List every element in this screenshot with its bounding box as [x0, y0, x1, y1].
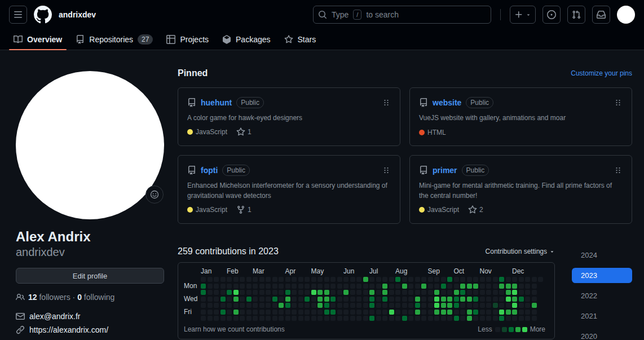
contribution-cell[interactable]: [519, 284, 524, 289]
contribution-cell[interactable]: [525, 284, 530, 289]
contribution-cell[interactable]: [220, 284, 226, 289]
contribution-cell[interactable]: [402, 303, 407, 308]
contribution-cell[interactable]: [363, 284, 368, 289]
email-row[interactable]: alex@andrix.fr: [16, 312, 164, 321]
contribution-cell[interactable]: [480, 316, 485, 321]
contribution-cell[interactable]: [473, 316, 478, 321]
contribution-cell[interactable]: [285, 297, 290, 302]
contribution-cell[interactable]: [415, 290, 420, 295]
contribution-cell[interactable]: [499, 297, 504, 302]
grip-handle-icon[interactable]: [382, 98, 391, 107]
tab-projects[interactable]: Projects: [162, 29, 213, 50]
contribution-cell[interactable]: [415, 284, 420, 289]
contribution-cell[interactable]: [363, 297, 368, 302]
contribution-cell[interactable]: [201, 290, 206, 295]
contribution-cell[interactable]: [311, 310, 316, 315]
contribution-cell[interactable]: [317, 290, 323, 295]
create-new-button[interactable]: [510, 6, 536, 24]
contribution-cell[interactable]: [441, 310, 446, 315]
contribution-cell[interactable]: [506, 310, 511, 315]
grip-handle-icon[interactable]: [614, 98, 623, 107]
contribution-cell[interactable]: [298, 310, 303, 315]
contribution-cell[interactable]: [305, 316, 310, 321]
contribution-cell[interactable]: [285, 316, 290, 321]
contribution-cell[interactable]: [350, 316, 355, 321]
contribution-cell[interactable]: [311, 297, 316, 302]
contribution-cell[interactable]: [467, 303, 472, 308]
contribution-cell[interactable]: [201, 310, 206, 315]
contribution-cell[interactable]: [486, 310, 491, 315]
contribution-cell[interactable]: [317, 310, 323, 315]
contribution-cell[interactable]: [480, 290, 485, 295]
stargazers-stat[interactable]: 2: [468, 205, 483, 214]
contribution-cell[interactable]: [519, 277, 524, 282]
contribution-cell[interactable]: [272, 290, 277, 295]
contribution-cell[interactable]: [525, 290, 530, 295]
contribution-cell[interactable]: [460, 290, 465, 295]
contribution-cell[interactable]: [506, 316, 511, 321]
contribution-cell[interactable]: [259, 303, 264, 308]
contribution-cell[interactable]: [532, 297, 537, 302]
contribution-cell[interactable]: [208, 284, 213, 289]
contribution-cell[interactable]: [447, 303, 452, 308]
contribution-cell[interactable]: [233, 303, 239, 308]
contribution-cell[interactable]: [356, 284, 361, 289]
contribution-cell[interactable]: [272, 277, 277, 282]
contribution-cell[interactable]: [356, 303, 361, 308]
contribution-cell[interactable]: [337, 284, 342, 289]
contribution-cell[interactable]: [324, 297, 329, 302]
website-row[interactable]: https://alexandrix.com/: [16, 325, 164, 334]
contribution-cell[interactable]: [382, 316, 387, 321]
contribution-cell[interactable]: [214, 290, 219, 295]
contribution-cell[interactable]: [395, 277, 400, 282]
stargazers-stat[interactable]: 1: [236, 127, 252, 136]
customize-pins-link[interactable]: Customize your pins: [571, 69, 632, 77]
contribution-cell[interactable]: [382, 290, 387, 295]
contribution-cell[interactable]: [376, 303, 381, 308]
year-item-2024[interactable]: 2024: [572, 248, 632, 263]
contribution-cell[interactable]: [201, 316, 206, 321]
contribution-cell[interactable]: [525, 303, 530, 308]
contribution-cell[interactable]: [324, 284, 329, 289]
contribution-cell[interactable]: [285, 303, 290, 308]
contribution-cell[interactable]: [532, 316, 537, 321]
contribution-cell[interactable]: [389, 316, 394, 321]
contribution-cell[interactable]: [350, 303, 355, 308]
contribution-cell[interactable]: [201, 284, 206, 289]
contribution-cell[interactable]: [486, 316, 491, 321]
contribution-cell[interactable]: [253, 277, 258, 282]
contribution-cell[interactable]: [493, 277, 498, 282]
contribution-cell[interactable]: [395, 310, 400, 315]
contribution-cell[interactable]: [285, 284, 290, 289]
contribution-cell[interactable]: [292, 316, 297, 321]
contribution-cell[interactable]: [240, 277, 245, 282]
contribution-cell[interactable]: [246, 297, 252, 302]
contribution-cell[interactable]: [253, 297, 258, 302]
contribution-cell[interactable]: [253, 303, 258, 308]
contribution-cell[interactable]: [434, 310, 439, 315]
contribution-cell[interactable]: [454, 277, 459, 282]
contribution-cell[interactable]: [337, 290, 342, 295]
contribution-cell[interactable]: [376, 310, 381, 315]
contribution-cell[interactable]: [473, 303, 478, 308]
contribution-cell[interactable]: [402, 297, 407, 302]
contribution-cell[interactable]: [493, 297, 498, 302]
contribution-cell[interactable]: [330, 297, 336, 302]
contribution-cell[interactable]: [266, 290, 271, 295]
contribution-cell[interactable]: [499, 290, 504, 295]
contribution-cell[interactable]: [356, 316, 361, 321]
contribution-cell[interactable]: [382, 284, 387, 289]
contribution-cell[interactable]: [233, 284, 239, 289]
contribution-cell[interactable]: [227, 277, 232, 282]
contribution-cell[interactable]: [298, 297, 303, 302]
contribution-cell[interactable]: [279, 316, 284, 321]
contribution-cell[interactable]: [266, 310, 271, 315]
year-item-2020[interactable]: 2020: [572, 329, 632, 340]
contribution-cell[interactable]: [486, 297, 491, 302]
contribution-cell[interactable]: [317, 297, 323, 302]
contribution-cell[interactable]: [343, 310, 349, 315]
contribution-cell[interactable]: [506, 277, 511, 282]
contribution-cell[interactable]: [279, 284, 284, 289]
contribution-cell[interactable]: [480, 310, 485, 315]
contribution-cell[interactable]: [272, 316, 277, 321]
